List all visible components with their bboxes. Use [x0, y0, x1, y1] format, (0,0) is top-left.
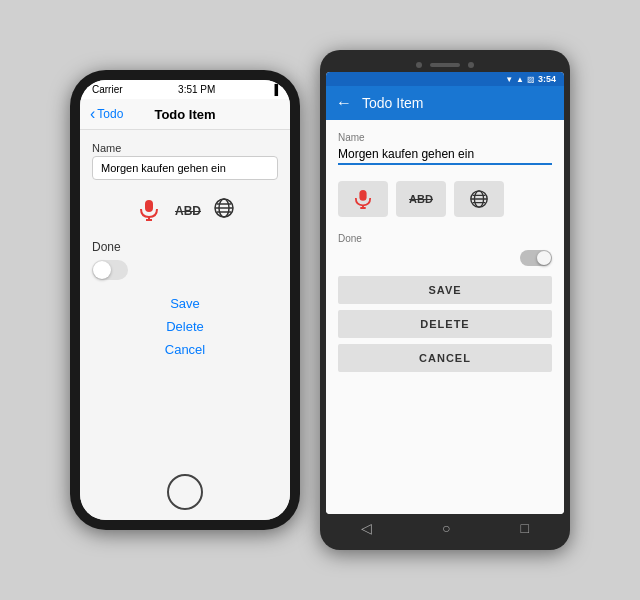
svg-rect-8 [359, 190, 366, 201]
android-done-label: Done [338, 233, 552, 244]
android-globe-icon[interactable] [454, 181, 504, 217]
sensor [468, 62, 474, 68]
android-time: 3:54 [538, 74, 556, 84]
carrier-label: Carrier [92, 84, 123, 95]
android-name-input[interactable]: Morgen kaufen gehen ein [338, 145, 552, 165]
iphone-back-button[interactable]: ‹ Todo [90, 105, 123, 123]
speaker [430, 63, 460, 67]
android-back-nav-icon[interactable]: ◁ [361, 520, 372, 536]
iphone-status-bar: Carrier 3:51 PM ▐ [80, 80, 290, 99]
front-camera [416, 62, 422, 68]
globe-icon[interactable] [213, 197, 235, 224]
android-delete-button[interactable]: DELETE [338, 310, 552, 338]
cancel-button[interactable]: Cancel [165, 340, 205, 359]
android-device: ▼ ▲ ▨ 3:54 ← Todo Item Name Morgen kaufe… [320, 50, 570, 550]
delete-button[interactable]: Delete [166, 317, 204, 336]
name-label: Name [92, 142, 278, 154]
android-back-button[interactable]: ← [336, 94, 352, 112]
android-toolbar-title: Todo Item [362, 95, 423, 111]
android-top-bar [326, 58, 564, 72]
android-abc-keyboard-icon[interactable]: ABD [396, 181, 446, 217]
iphone-time: 3:51 PM [178, 84, 215, 95]
chevron-left-icon: ‹ [90, 105, 95, 123]
name-field-group: Name Morgen kaufen gehen ein [92, 142, 278, 180]
android-nav-bar: ◁ ○ □ [326, 514, 564, 542]
iphone-nav-title: Todo Item [154, 107, 215, 122]
name-input[interactable]: Morgen kaufen gehen ein [92, 156, 278, 180]
iphone-content: Name Morgen kaufen gehen ein ABD [80, 130, 290, 464]
android-microphone-icon[interactable] [338, 181, 388, 217]
svg-rect-0 [145, 200, 153, 212]
android-done-section: Done [338, 233, 552, 266]
wifi-icon: ▼ [505, 75, 513, 84]
android-status-bar: ▼ ▲ ▨ 3:54 [326, 72, 564, 86]
iphone-nav-bar: ‹ Todo Todo Item [80, 99, 290, 130]
signal-icon: ▲ [516, 75, 524, 84]
keyboard-icons-row: ABD [92, 188, 278, 232]
save-button[interactable]: Save [170, 294, 200, 313]
abc-keyboard-icon[interactable]: ABD [175, 203, 201, 218]
action-buttons: Save Delete Cancel [92, 288, 278, 359]
battery-icon: ▨ [527, 75, 535, 84]
iphone-device: Carrier 3:51 PM ▐ ‹ Todo Todo Item Name … [70, 70, 300, 530]
android-cancel-button[interactable]: CANCEL [338, 344, 552, 372]
android-save-button[interactable]: SAVE [338, 276, 552, 304]
android-home-nav-icon[interactable]: ○ [442, 520, 450, 536]
done-section: Done [92, 240, 278, 280]
done-toggle[interactable] [92, 260, 128, 280]
back-label: Todo [97, 107, 123, 121]
status-icons: ▼ ▲ ▨ 3:54 [505, 74, 556, 84]
home-button[interactable] [167, 474, 203, 510]
android-content: Name Morgen kaufen gehen ein ABD [326, 120, 564, 514]
android-done-toggle[interactable] [520, 250, 552, 266]
battery-icon: ▐ [271, 84, 278, 95]
android-name-label: Name [338, 132, 552, 143]
android-keyboard-icons-row: ABD [338, 175, 552, 223]
android-name-field-group: Name Morgen kaufen gehen ein [338, 132, 552, 165]
android-recents-nav-icon[interactable]: □ [521, 520, 529, 536]
done-label: Done [92, 240, 278, 254]
android-action-buttons: SAVE DELETE CANCEL [338, 276, 552, 372]
android-screen: ▼ ▲ ▨ 3:54 ← Todo Item Name Morgen kaufe… [326, 72, 564, 514]
iphone-screen: Carrier 3:51 PM ▐ ‹ Todo Todo Item Name … [80, 80, 290, 520]
android-toolbar: ← Todo Item [326, 86, 564, 120]
microphone-icon[interactable] [135, 196, 163, 224]
